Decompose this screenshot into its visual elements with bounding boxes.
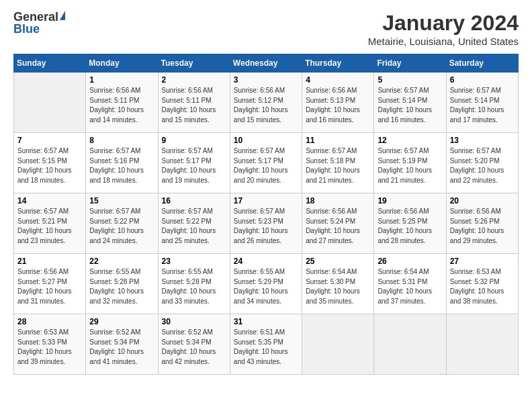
day-of-week-saturday: Saturday (446, 54, 518, 73)
calendar-cell: 11Sunrise: 6:57 AM Sunset: 5:18 PM Dayli… (302, 133, 374, 193)
day-number: 31 (234, 317, 298, 326)
calendar-cell: 30Sunrise: 6:52 AM Sunset: 5:34 PM Dayli… (158, 314, 230, 375)
calendar-cell: 6Sunrise: 6:57 AM Sunset: 5:14 PM Daylig… (446, 73, 518, 133)
day-number: 27 (450, 257, 515, 266)
day-of-week-monday: Monday (86, 54, 158, 73)
calendar-cell: 26Sunrise: 6:54 AM Sunset: 5:31 PM Dayli… (374, 254, 446, 314)
day-number: 3 (234, 75, 298, 85)
week-row-2: 7Sunrise: 6:57 AM Sunset: 5:15 PM Daylig… (14, 133, 519, 193)
calendar-cell: 21Sunrise: 6:56 AM Sunset: 5:27 PM Dayli… (14, 254, 86, 314)
day-number: 17 (234, 196, 298, 205)
day-number: 23 (162, 257, 226, 266)
day-info: Sunrise: 6:55 AM Sunset: 5:28 PM Dayligh… (162, 267, 226, 306)
calendar-cell (14, 73, 86, 133)
day-number: 10 (234, 136, 298, 145)
day-info: Sunrise: 6:56 AM Sunset: 5:11 PM Dayligh… (162, 86, 226, 125)
day-of-week-sunday: Sunday (14, 54, 86, 73)
title-block: January 2024 Metairie, Louisiana, United… (368, 11, 519, 47)
calendar-cell: 20Sunrise: 6:56 AM Sunset: 5:26 PM Dayli… (446, 193, 518, 254)
day-of-week-tuesday: Tuesday (158, 54, 230, 73)
day-info: Sunrise: 6:57 AM Sunset: 5:20 PM Dayligh… (450, 146, 515, 185)
days-of-week-row: SundayMondayTuesdayWednesdayThursdayFrid… (14, 54, 519, 73)
day-number: 19 (378, 196, 442, 205)
day-number: 15 (89, 196, 154, 205)
calendar-cell: 8Sunrise: 6:57 AM Sunset: 5:16 PM Daylig… (86, 133, 158, 193)
day-number: 25 (306, 257, 370, 266)
day-number: 13 (450, 136, 515, 145)
calendar-cell: 9Sunrise: 6:57 AM Sunset: 5:17 PM Daylig… (158, 133, 230, 193)
calendar-cell: 29Sunrise: 6:52 AM Sunset: 5:34 PM Dayli… (86, 314, 158, 375)
day-info: Sunrise: 6:54 AM Sunset: 5:31 PM Dayligh… (378, 267, 442, 306)
day-number: 20 (450, 196, 515, 205)
calendar-cell: 5Sunrise: 6:57 AM Sunset: 5:14 PM Daylig… (374, 73, 446, 133)
day-info: Sunrise: 6:57 AM Sunset: 5:19 PM Dayligh… (378, 146, 442, 185)
day-number: 1 (89, 75, 154, 85)
day-info: Sunrise: 6:52 AM Sunset: 5:34 PM Dayligh… (162, 328, 226, 367)
day-info: Sunrise: 6:57 AM Sunset: 5:22 PM Dayligh… (89, 207, 154, 246)
day-info: Sunrise: 6:57 AM Sunset: 5:18 PM Dayligh… (306, 146, 370, 185)
day-info: Sunrise: 6:56 AM Sunset: 5:25 PM Dayligh… (378, 207, 442, 246)
day-info: Sunrise: 6:57 AM Sunset: 5:21 PM Dayligh… (17, 207, 82, 246)
logo: General Blue (13, 11, 65, 35)
calendar-cell: 12Sunrise: 6:57 AM Sunset: 5:19 PM Dayli… (374, 133, 446, 193)
day-number: 21 (17, 257, 82, 266)
day-number: 12 (378, 136, 442, 145)
calendar-cell: 31Sunrise: 6:51 AM Sunset: 5:35 PM Dayli… (230, 314, 302, 375)
day-number: 24 (234, 257, 298, 266)
week-row-1: 1Sunrise: 6:56 AM Sunset: 5:11 PM Daylig… (14, 73, 519, 133)
calendar-cell: 23Sunrise: 6:55 AM Sunset: 5:28 PM Dayli… (158, 254, 230, 314)
day-info: Sunrise: 6:57 AM Sunset: 5:17 PM Dayligh… (162, 146, 226, 185)
calendar-cell: 2Sunrise: 6:56 AM Sunset: 5:11 PM Daylig… (158, 73, 230, 133)
location-text: Metairie, Louisiana, United States (368, 36, 519, 47)
calendar-cell: 27Sunrise: 6:53 AM Sunset: 5:32 PM Dayli… (446, 254, 518, 314)
calendar-cell (446, 314, 518, 375)
day-number: 9 (162, 136, 226, 145)
calendar-cell: 25Sunrise: 6:54 AM Sunset: 5:30 PM Dayli… (302, 254, 374, 314)
day-number: 11 (306, 136, 370, 145)
calendar-cell: 22Sunrise: 6:55 AM Sunset: 5:28 PM Dayli… (86, 254, 158, 314)
day-info: Sunrise: 6:57 AM Sunset: 5:14 PM Dayligh… (450, 86, 515, 125)
calendar-cell: 28Sunrise: 6:53 AM Sunset: 5:33 PM Dayli… (14, 314, 86, 375)
day-info: Sunrise: 6:51 AM Sunset: 5:35 PM Dayligh… (234, 328, 298, 367)
day-info: Sunrise: 6:57 AM Sunset: 5:14 PM Dayligh… (378, 86, 442, 125)
day-number: 18 (306, 196, 370, 205)
calendar-cell: 14Sunrise: 6:57 AM Sunset: 5:21 PM Dayli… (14, 193, 86, 254)
calendar-cell: 17Sunrise: 6:57 AM Sunset: 5:23 PM Dayli… (230, 193, 302, 254)
calendar-cell: 13Sunrise: 6:57 AM Sunset: 5:20 PM Dayli… (446, 133, 518, 193)
day-info: Sunrise: 6:56 AM Sunset: 5:11 PM Dayligh… (89, 86, 154, 125)
day-number: 2 (162, 75, 226, 85)
calendar-cell: 18Sunrise: 6:56 AM Sunset: 5:24 PM Dayli… (302, 193, 374, 254)
calendar-cell: 1Sunrise: 6:56 AM Sunset: 5:11 PM Daylig… (86, 73, 158, 133)
day-info: Sunrise: 6:55 AM Sunset: 5:28 PM Dayligh… (89, 267, 154, 306)
week-row-5: 28Sunrise: 6:53 AM Sunset: 5:33 PM Dayli… (14, 314, 519, 375)
day-number: 22 (89, 257, 154, 266)
day-info: Sunrise: 6:56 AM Sunset: 5:13 PM Dayligh… (306, 86, 370, 125)
calendar-cell: 16Sunrise: 6:57 AM Sunset: 5:22 PM Dayli… (158, 193, 230, 254)
logo-triangle-icon (60, 11, 65, 20)
day-of-week-wednesday: Wednesday (230, 54, 302, 73)
month-title: January 2024 (368, 11, 519, 36)
week-row-4: 21Sunrise: 6:56 AM Sunset: 5:27 PM Dayli… (14, 254, 519, 314)
day-number: 8 (89, 136, 154, 145)
day-info: Sunrise: 6:52 AM Sunset: 5:34 PM Dayligh… (89, 328, 154, 367)
calendar-cell (302, 314, 374, 375)
calendar-table: SundayMondayTuesdayWednesdayThursdayFrid… (13, 54, 519, 375)
day-info: Sunrise: 6:57 AM Sunset: 5:22 PM Dayligh… (162, 207, 226, 246)
calendar-cell: 24Sunrise: 6:55 AM Sunset: 5:29 PM Dayli… (230, 254, 302, 314)
calendar-cell: 19Sunrise: 6:56 AM Sunset: 5:25 PM Dayli… (374, 193, 446, 254)
calendar-header: SundayMondayTuesdayWednesdayThursdayFrid… (14, 54, 519, 73)
day-info: Sunrise: 6:55 AM Sunset: 5:29 PM Dayligh… (234, 267, 298, 306)
logo-general-text: General (13, 11, 58, 23)
calendar-cell (374, 314, 446, 375)
day-number: 7 (17, 136, 82, 145)
day-info: Sunrise: 6:57 AM Sunset: 5:23 PM Dayligh… (234, 207, 298, 246)
calendar-cell: 4Sunrise: 6:56 AM Sunset: 5:13 PM Daylig… (302, 73, 374, 133)
day-info: Sunrise: 6:56 AM Sunset: 5:24 PM Dayligh… (306, 207, 370, 246)
calendar-body: 1Sunrise: 6:56 AM Sunset: 5:11 PM Daylig… (14, 73, 519, 375)
day-info: Sunrise: 6:57 AM Sunset: 5:16 PM Dayligh… (89, 146, 154, 185)
day-info: Sunrise: 6:54 AM Sunset: 5:30 PM Dayligh… (306, 267, 370, 306)
day-number: 16 (162, 196, 226, 205)
day-info: Sunrise: 6:53 AM Sunset: 5:32 PM Dayligh… (450, 267, 515, 306)
day-of-week-thursday: Thursday (302, 54, 374, 73)
day-number: 4 (306, 75, 370, 85)
